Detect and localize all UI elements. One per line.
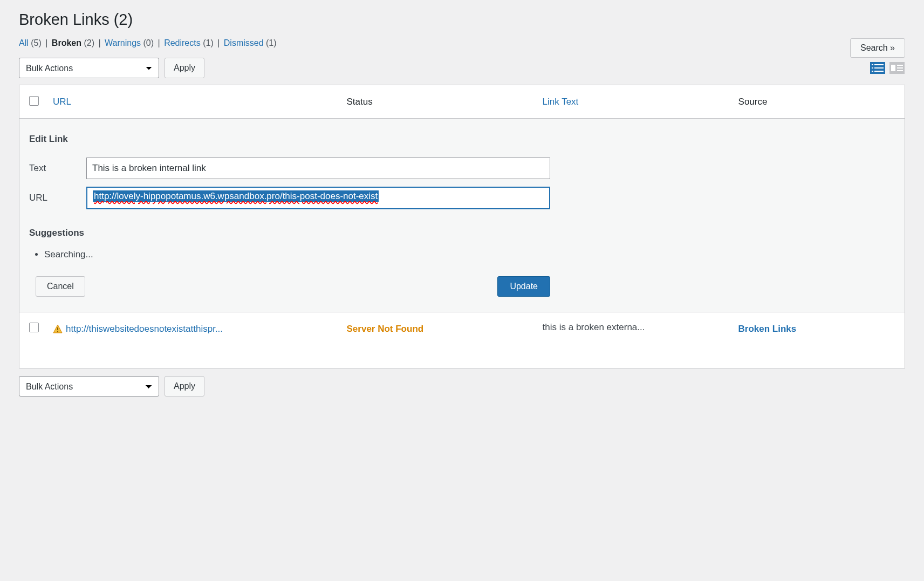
svg-rect-2 [874, 64, 884, 65]
search-button[interactable]: Search » [850, 38, 905, 58]
svg-rect-9 [897, 65, 903, 66]
column-linktext[interactable]: Link Text [543, 97, 738, 107]
apply-button-bottom[interactable]: Apply [165, 376, 204, 397]
table-row: http://thiswebsitedoesnotexistatthispr..… [19, 312, 905, 368]
filter-tabs: All (5) | Broken (2) | Warnings (0) | Re… [19, 38, 277, 48]
bulk-actions-select[interactable]: Bulk Actions [19, 58, 159, 78]
update-button[interactable]: Update [497, 276, 550, 297]
svg-rect-13 [57, 331, 58, 332]
edit-link-panel: Edit Link Text URL http://lovely-hippopo… [19, 119, 905, 312]
url-field-label: URL [29, 193, 86, 203]
svg-rect-12 [57, 327, 58, 330]
filter-warnings[interactable]: Warnings [105, 38, 141, 47]
suggestions-title: Suggestions [29, 228, 895, 238]
svg-rect-11 [897, 70, 903, 71]
column-source: Source [738, 97, 895, 107]
filter-dismissed-count: (1) [266, 38, 277, 47]
filter-broken[interactable]: Broken [52, 38, 81, 47]
filter-warnings-count: (0) [143, 38, 154, 47]
cancel-button[interactable]: Cancel [36, 276, 85, 297]
svg-rect-1 [872, 64, 873, 65]
link-url-input[interactable]: http://lovely-hippopotamus.w6.wpsandbox.… [86, 187, 550, 209]
suggestion-item: Searching... [44, 249, 895, 260]
svg-rect-3 [872, 67, 873, 69]
link-text-input[interactable] [86, 158, 550, 179]
links-table: URL Status Link Text Source Edit Link Te… [19, 85, 905, 368]
row-url-link[interactable]: http://thiswebsitedoesnotexistatthispr..… [66, 324, 223, 334]
bulk-actions-select-bottom[interactable]: Bulk Actions [19, 376, 159, 397]
svg-rect-8 [891, 65, 895, 71]
edit-link-title: Edit Link [29, 134, 895, 145]
filter-broken-count: (2) [84, 38, 94, 47]
text-field-label: Text [29, 163, 86, 174]
filter-dismissed[interactable]: Dismissed [224, 38, 264, 47]
view-list-icon[interactable] [870, 61, 886, 74]
row-source-link[interactable]: Broken Links [738, 324, 797, 334]
svg-rect-6 [874, 71, 884, 72]
view-excerpt-icon[interactable] [889, 61, 905, 74]
svg-rect-10 [897, 67, 903, 69]
row-status: Server Not Found [347, 324, 424, 334]
svg-rect-5 [872, 71, 873, 72]
filter-all[interactable]: All [19, 38, 29, 47]
filter-redirects-count: (1) [203, 38, 214, 47]
select-all-checkbox[interactable] [29, 96, 39, 106]
warning-icon [53, 324, 63, 334]
page-title: Broken Links (2) [19, 11, 905, 29]
row-linktext: this is a broken externa... [543, 322, 645, 333]
apply-button[interactable]: Apply [165, 58, 204, 78]
filter-redirects[interactable]: Redirects [164, 38, 201, 47]
filter-all-count: (5) [31, 38, 42, 47]
row-checkbox[interactable] [29, 323, 39, 332]
column-status: Status [347, 97, 543, 107]
svg-rect-4 [874, 67, 884, 69]
column-url[interactable]: URL [53, 97, 347, 107]
